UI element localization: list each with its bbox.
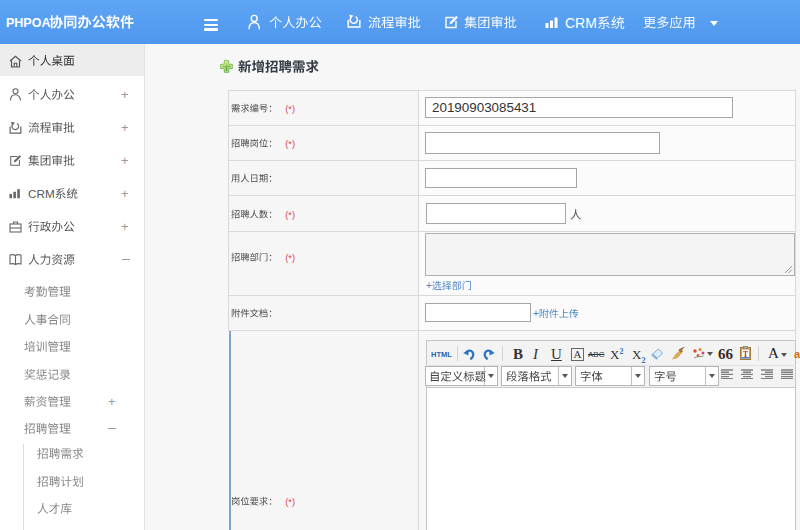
svg-text:+: + <box>533 308 539 319</box>
svg-text:(*): (*) <box>277 104 295 114</box>
svg-text:(*): (*) <box>277 209 295 219</box>
svg-text:+: + <box>121 120 129 135</box>
svg-text:+: + <box>121 219 129 234</box>
svg-text:(*): (*) <box>277 497 295 507</box>
svg-text:PHPOA: PHPOA <box>6 16 50 30</box>
svg-text:CRM: CRM <box>28 187 55 200</box>
svg-text:+: + <box>121 186 129 201</box>
svg-text:CRM: CRM <box>565 15 597 31</box>
svg-text:+: + <box>108 394 116 409</box>
svg-text:+: + <box>121 87 129 102</box>
svg-text:(*): (*) <box>277 253 295 263</box>
svg-text:+: + <box>121 153 129 168</box>
svg-text:(*): (*) <box>277 139 295 149</box>
svg-text:+: + <box>426 280 432 291</box>
